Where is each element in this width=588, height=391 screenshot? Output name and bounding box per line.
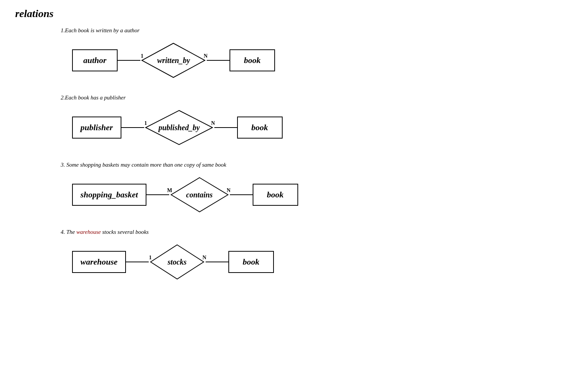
- relation-block-4: 4. The warehouse stocks several books wa…: [15, 229, 573, 281]
- cardinality-4-right: N: [203, 255, 206, 261]
- relation-label-1: 1.Each book is written by a author: [61, 27, 573, 34]
- er-diagram-4: warehouse 1 stocks N book: [72, 243, 573, 281]
- entity-publisher: publisher: [72, 117, 121, 139]
- er-diagram-2: publisher 1 published_by N book: [72, 109, 573, 147]
- relation-block-3: 3. Some shopping baskets may contain mor…: [15, 162, 573, 214]
- diamond-stocks: stocks: [149, 243, 206, 281]
- diamond-contains: contains: [169, 176, 230, 214]
- entity-book-4: book: [228, 251, 274, 273]
- relation-label-4: 4. The warehouse stocks several books: [61, 229, 573, 235]
- relation-block-2: 2.Each book has a publisher publisher 1 …: [15, 95, 573, 147]
- cardinality-1-right: N: [204, 53, 208, 59]
- entity-book-1: book: [230, 49, 275, 71]
- entity-book-2: book: [237, 117, 283, 139]
- er-diagram-3: shopping_basket M contains N book: [72, 176, 573, 214]
- entity-shopping-basket: shopping_basket: [72, 184, 146, 206]
- entity-book-3: book: [253, 184, 298, 206]
- er-diagram-1: author 1 written_by N book: [72, 41, 573, 79]
- cardinality-2-right: N: [211, 120, 215, 126]
- highlight-warehouse: warehouse: [76, 229, 101, 235]
- entity-warehouse: warehouse: [72, 251, 126, 273]
- relation-block-1: 1.Each book is written by a author autho…: [15, 27, 573, 79]
- relation-label-2: 2.Each book has a publisher: [61, 95, 573, 101]
- diamond-written-by: written_by: [140, 41, 207, 79]
- cardinality-3-right: N: [227, 188, 231, 194]
- relation-label-3: 3. Some shopping baskets may contain mor…: [61, 162, 573, 168]
- entity-author: author: [72, 49, 118, 71]
- page-title: relations: [15, 8, 573, 20]
- diamond-published-by: published_by: [144, 109, 214, 147]
